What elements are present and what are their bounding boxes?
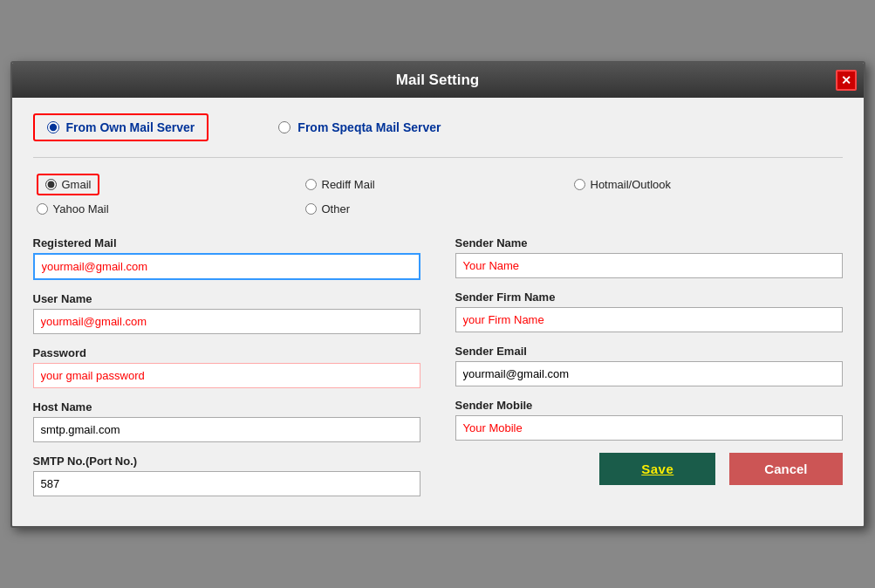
mail-radio-gmail[interactable] [45,179,57,190]
smtp-input[interactable] [33,471,420,496]
sender-name-label: Sender Name [455,236,843,250]
mail-option-hotmail[interactable]: Hotmail/Outlook [574,174,843,195]
mail-option-other-label: Other [322,202,351,215]
close-button[interactable]: ✕ [836,70,857,91]
server-option-speqta[interactable]: From Speqta Mail Server [278,120,441,134]
sender-email-group: Sender Email [455,345,843,386]
sender-name-group: Sender Name [455,236,843,278]
cancel-button[interactable]: Cancel [729,453,842,485]
sender-firm-label: Sender Firm Name [455,291,843,304]
server-radio-speqta[interactable] [278,121,291,133]
host-name-group: Host Name [33,400,420,442]
sender-firm-input[interactable] [455,307,843,332]
smtp-group: SMTP No.(Port No.) [33,455,420,496]
mail-setting-dialog: Mail Setting ✕ From Own Mail Server From… [10,61,865,528]
user-name-label: User Name [33,292,420,305]
form-left-column: Registered Mail User Name Password Host … [33,236,420,509]
password-label: Password [33,346,420,359]
password-group: Password [33,346,420,388]
host-name-label: Host Name [33,400,420,414]
password-input[interactable] [33,363,420,388]
form-columns: Registered Mail User Name Password Host … [33,236,843,509]
sender-name-input[interactable] [455,253,843,278]
registered-mail-label: Registered Mail [33,236,420,250]
save-button[interactable]: Save [599,453,715,485]
mail-option-gmail-label: Gmail [62,178,92,191]
sender-mobile-label: Sender Mobile [455,399,843,412]
sender-mobile-input[interactable] [455,415,843,441]
dialog-body: From Own Mail Server From Speqta Mail Se… [12,98,864,526]
mail-option-gmail[interactable]: Gmail [37,174,100,195]
mail-radio-rediff[interactable] [305,179,317,190]
sender-mobile-group: Sender Mobile [455,399,843,441]
registered-mail-group: Registered Mail [33,236,420,280]
user-name-group: User Name [33,292,420,334]
host-name-input[interactable] [33,417,420,442]
form-right-column: Sender Name Sender Firm Name Sender Emai… [455,236,843,509]
mail-radio-hotmail[interactable] [574,179,585,190]
server-selection-row: From Own Mail Server From Speqta Mail Se… [33,113,843,141]
sender-email-label: Sender Email [455,345,843,358]
server-option-speqta-label: From Speqta Mail Server [297,120,441,134]
mail-option-other[interactable]: Other [305,202,574,215]
title-bar: Mail Setting ✕ [12,63,864,98]
server-radio-own[interactable] [47,121,59,133]
mail-radio-yahoo[interactable] [37,203,48,215]
dialog-title: Mail Setting [396,72,479,88]
sender-email-input[interactable] [455,361,843,386]
sender-firm-group: Sender Firm Name [455,291,843,332]
divider [33,157,843,158]
server-option-own[interactable]: From Own Mail Server [33,113,209,141]
mail-option-yahoo-label: Yahoo Mail [53,202,109,215]
server-option-own-label: From Own Mail Server [66,120,195,134]
smtp-label: SMTP No.(Port No.) [33,455,420,468]
mail-option-yahoo[interactable]: Yahoo Mail [37,202,305,215]
mail-type-row: Gmail Rediff Mail Hotmail/Outlook Yahoo … [33,174,843,215]
mail-radio-other[interactable] [305,203,317,215]
user-name-input[interactable] [33,309,420,334]
mail-option-hotmail-label: Hotmail/Outlook [591,178,671,191]
buttons-row: Save Cancel [455,453,843,485]
registered-mail-input[interactable] [33,253,420,280]
mail-option-rediff-label: Rediff Mail [322,178,375,191]
mail-option-rediff[interactable]: Rediff Mail [305,174,574,195]
